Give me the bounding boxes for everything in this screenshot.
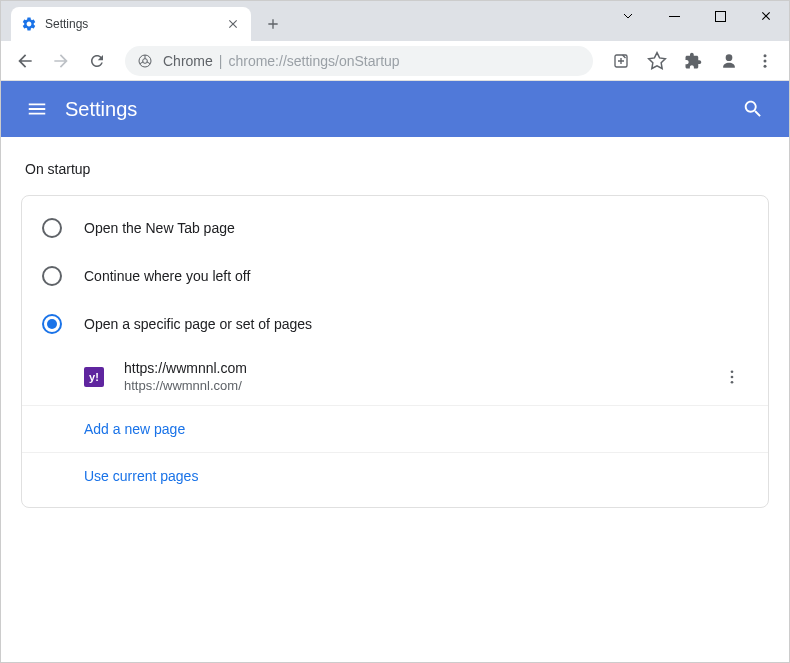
- page-entry-menu-icon[interactable]: [716, 361, 748, 393]
- action-link-label: Add a new page: [84, 421, 185, 437]
- page-entry-url: https://wwmnnl.com/: [124, 378, 716, 393]
- settings-header: Settings: [1, 81, 789, 137]
- svg-rect-0: [669, 16, 680, 17]
- page-entry-title: https://wwmnnl.com: [124, 360, 716, 376]
- action-link-label: Use current pages: [84, 468, 198, 484]
- option-specific-pages[interactable]: Open a specific page or set of pages: [22, 300, 768, 348]
- chrome-icon: [137, 53, 153, 69]
- profile-icon[interactable]: [713, 45, 745, 77]
- radio-icon: [42, 266, 62, 286]
- browser-toolbar: Chrome | chrome://settings/onStartup: [1, 41, 789, 81]
- maximize-button[interactable]: [697, 1, 743, 31]
- browser-tab[interactable]: Settings: [11, 7, 251, 41]
- section-title: On startup: [25, 161, 769, 177]
- use-current-pages-button[interactable]: Use current pages: [22, 452, 768, 499]
- radio-icon: [42, 218, 62, 238]
- address-bar[interactable]: Chrome | chrome://settings/onStartup: [125, 46, 593, 76]
- omnibox-path: chrome://settings/onStartup: [228, 53, 399, 69]
- page-title: Settings: [65, 98, 733, 121]
- share-icon[interactable]: [605, 45, 637, 77]
- startup-page-entry: y! https://wwmnnl.com https://wwmnnl.com…: [22, 348, 768, 405]
- omnibox-separator: |: [219, 53, 223, 69]
- close-window-button[interactable]: [743, 1, 789, 31]
- menu-icon[interactable]: [749, 45, 781, 77]
- svg-point-8: [764, 64, 767, 67]
- svg-rect-1: [715, 11, 725, 21]
- hamburger-menu-icon[interactable]: [17, 89, 57, 129]
- extensions-icon[interactable]: [677, 45, 709, 77]
- add-page-button[interactable]: Add a new page: [22, 405, 768, 452]
- option-label: Continue where you left off: [84, 268, 250, 284]
- settings-content: On startup Open the New Tab page Continu…: [1, 137, 789, 532]
- star-icon[interactable]: [641, 45, 673, 77]
- minimize-button[interactable]: [651, 1, 697, 31]
- svg-point-11: [731, 380, 734, 383]
- startup-options-card: Open the New Tab page Continue where you…: [21, 195, 769, 508]
- forward-button[interactable]: [45, 45, 77, 77]
- tab-title: Settings: [45, 17, 225, 31]
- svg-point-6: [764, 54, 767, 57]
- omnibox-origin: Chrome: [163, 53, 213, 69]
- window-titlebar: Settings: [1, 1, 789, 41]
- close-tab-icon[interactable]: [225, 16, 241, 32]
- option-continue[interactable]: Continue where you left off: [22, 252, 768, 300]
- window-controls: [605, 1, 789, 31]
- svg-point-10: [731, 375, 734, 378]
- radio-selected-icon: [42, 314, 62, 334]
- svg-point-9: [731, 370, 734, 373]
- back-button[interactable]: [9, 45, 41, 77]
- chevron-down-icon[interactable]: [605, 1, 651, 31]
- svg-point-5: [726, 54, 733, 61]
- new-tab-button[interactable]: [259, 10, 287, 38]
- settings-gear-icon: [21, 16, 37, 32]
- page-favicon-icon: y!: [84, 367, 104, 387]
- option-new-tab[interactable]: Open the New Tab page: [22, 204, 768, 252]
- option-label: Open a specific page or set of pages: [84, 316, 312, 332]
- svg-point-3: [143, 58, 148, 63]
- option-label: Open the New Tab page: [84, 220, 235, 236]
- search-icon[interactable]: [733, 89, 773, 129]
- page-info: https://wwmnnl.com https://wwmnnl.com/: [124, 360, 716, 393]
- reload-button[interactable]: [81, 45, 113, 77]
- svg-point-7: [764, 59, 767, 62]
